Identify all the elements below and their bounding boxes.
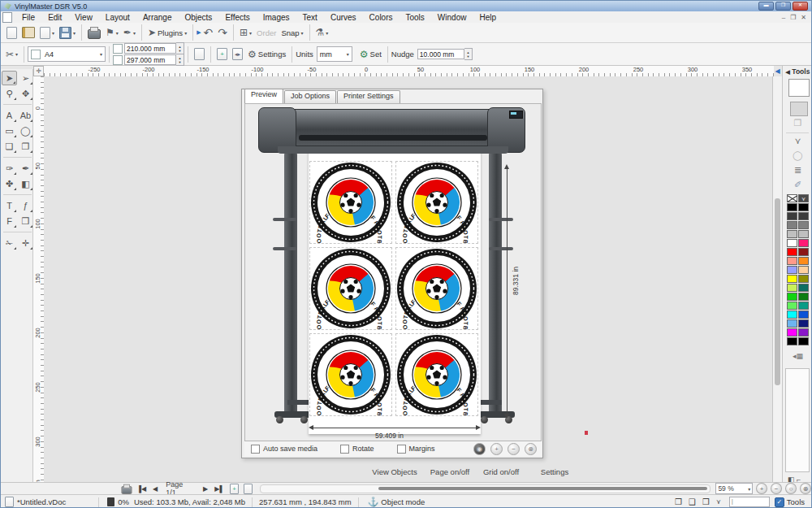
shape-tool[interactable]: ❏ <box>2 139 17 154</box>
next-page-button[interactable]: ▶ <box>200 485 211 493</box>
color-swatch[interactable] <box>787 212 797 220</box>
mdi-close-button[interactable]: ✕ <box>801 14 806 21</box>
duplicate-tool[interactable]: ❒ <box>18 214 33 228</box>
color-swatch[interactable] <box>787 293 797 301</box>
menu-item-arrange[interactable]: Arrange <box>136 13 179 22</box>
color-swatch[interactable] <box>798 284 809 292</box>
zoom-out-button[interactable]: − <box>771 483 782 494</box>
palette-add-icon[interactable]: ◂▦ <box>793 352 803 360</box>
units-combo[interactable]: mm▾ <box>317 46 352 62</box>
zoom-tool[interactable]: ⚲ <box>2 86 17 101</box>
menu-item-window[interactable]: Window <box>431 13 473 22</box>
color-swatch[interactable] <box>798 230 809 238</box>
calligraphy-tool[interactable]: ✒ <box>18 161 33 176</box>
tab-job-options[interactable]: Job Options <box>284 90 336 103</box>
checkbox-box[interactable] <box>397 445 406 454</box>
color-swatch[interactable] <box>787 248 797 256</box>
color-swatch[interactable] <box>787 257 797 265</box>
layer-back-icon[interactable]: ❐ <box>672 497 685 506</box>
color-swatch[interactable] <box>787 239 797 247</box>
cutter-button[interactable]: ✂▾ <box>3 46 20 63</box>
zoom-level-combo[interactable]: 59 %▾ <box>715 483 753 494</box>
import-button[interactable]: ▾ <box>37 24 57 41</box>
ink-tool[interactable]: ✤ <box>2 176 17 191</box>
checkbox-box[interactable] <box>251 445 260 454</box>
palette-filter-icon[interactable]: ⋎ <box>798 194 809 202</box>
minimize-button[interactable]: ▬ <box>758 2 774 11</box>
canvas-link-view-objects[interactable]: View Objects <box>372 467 417 476</box>
color-swatch[interactable] <box>798 212 809 220</box>
color-swatch[interactable] <box>787 328 797 336</box>
pattern-lines-icon[interactable]: ≣ <box>794 165 801 176</box>
plugins-button[interactable]: ➤Plugins▾ <box>145 24 189 41</box>
color-swatch[interactable] <box>787 302 797 310</box>
color-swatch[interactable] <box>787 203 797 211</box>
scrollbar-thumb[interactable] <box>775 198 780 385</box>
insert-page-button[interactable]: + <box>230 484 239 494</box>
color-swatch[interactable] <box>798 221 809 229</box>
select-tool[interactable]: ➤ <box>2 71 17 85</box>
export-palette-icon[interactable]: ❐ <box>794 118 802 128</box>
page-settings-button[interactable]: ⚙Settings <box>245 46 288 63</box>
color-swatch[interactable] <box>787 230 797 238</box>
alignment-button[interactable]: ⚗▾ <box>313 24 331 41</box>
text-frame-tool[interactable]: Ab <box>18 108 33 123</box>
color-swatch[interactable] <box>787 310 797 319</box>
page-width-field[interactable]: 210.000 mm ▲▼ <box>113 43 184 54</box>
page-size-combo[interactable]: A4 ▾ <box>28 46 106 62</box>
open-button[interactable] <box>19 24 37 41</box>
tab-preview[interactable]: Preview <box>244 89 283 103</box>
menu-item-objects[interactable]: Objects <box>178 13 218 22</box>
eraser-icon[interactable]: ✐ <box>794 180 801 190</box>
vertical-scrollbar[interactable] <box>772 76 782 482</box>
menu-item-colors[interactable]: Colors <box>363 13 400 22</box>
save-button[interactable]: ▾ <box>57 24 78 41</box>
menu-item-file[interactable]: File <box>15 13 41 22</box>
menu-item-edit[interactable]: Edit <box>41 13 68 22</box>
color-swatch[interactable] <box>798 337 809 345</box>
duplicate-page-button[interactable] <box>244 484 253 494</box>
menu-item-text[interactable]: Text <box>296 13 324 22</box>
dimension-tool[interactable]: ✛ <box>18 236 33 250</box>
text-tool[interactable]: A <box>2 108 17 123</box>
color-swatch[interactable] <box>798 310 809 319</box>
tools-visibility-checkbox[interactable]: ✓ <box>775 497 784 507</box>
zoom-page-button[interactable]: ○ <box>785 483 797 494</box>
color-swatch[interactable] <box>787 284 797 292</box>
stitch-tool[interactable]: ✁ <box>2 236 17 250</box>
page-width-spinner[interactable]: ▲▼ <box>176 42 184 54</box>
add-page-button[interactable]: + <box>214 46 230 63</box>
color-swatch[interactable] <box>798 266 809 274</box>
preview-zoom-in-button[interactable]: + <box>490 443 503 455</box>
color-swatch[interactable] <box>798 302 809 310</box>
snap-button[interactable]: Snap▾ <box>279 24 305 41</box>
redo-button[interactable]: ↷ <box>215 24 230 41</box>
ruler-origin-button[interactable]: ✛ <box>33 66 44 76</box>
fill-swatch[interactable] <box>788 79 810 97</box>
menu-item-layout[interactable]: Layout <box>99 13 136 22</box>
menu-item-effects[interactable]: Effects <box>218 13 256 22</box>
function-effects-tool[interactable]: ƒ <box>18 198 33 213</box>
polygon-tool[interactable]: ❐ <box>18 139 33 154</box>
print-button[interactable] <box>85 24 103 41</box>
node-edit-tool[interactable]: ➢ <box>18 71 33 85</box>
menu-item-images[interactable]: Images <box>257 13 296 22</box>
menu-item-help[interactable]: Help <box>473 13 503 22</box>
order-button[interactable]: Order <box>254 24 279 41</box>
layer-mid-icon[interactable]: ❑ <box>685 497 699 506</box>
color-swatch[interactable] <box>798 257 809 265</box>
color-swatch[interactable] <box>798 293 809 301</box>
nudge-spinner[interactable]: ▲▼ <box>464 48 473 60</box>
distort-tool[interactable]: F <box>2 214 17 228</box>
color-swatch[interactable] <box>787 319 797 328</box>
checkbox-rotate[interactable]: Rotate <box>340 445 374 454</box>
scrollbar-thumb[interactable] <box>378 487 707 490</box>
set-button[interactable]: ⚙Set <box>357 46 384 63</box>
gradient-icon[interactable]: ◯ <box>793 150 802 161</box>
color-swatch[interactable] <box>798 248 809 256</box>
blank-page-button[interactable] <box>192 46 207 63</box>
checkbox-margins[interactable]: Margins <box>397 445 435 454</box>
checkbox-box[interactable] <box>340 445 349 454</box>
fill-tool[interactable]: ◧ <box>18 176 33 191</box>
previous-page-button[interactable]: ◀ <box>149 485 161 493</box>
